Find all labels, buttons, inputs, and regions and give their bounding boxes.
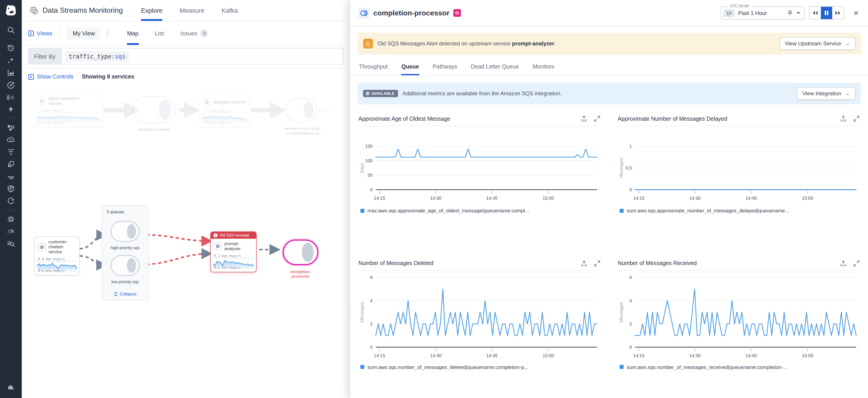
time-range-picker[interactable]: UTC-05:00 1h Past 1 Hour xyxy=(721,6,805,20)
chevron-down-icon[interactable] xyxy=(797,11,801,14)
tab-monitors[interactable]: Monitors xyxy=(532,59,555,75)
profiling-gauge-icon[interactable] xyxy=(4,225,18,237)
log-explorer-icon[interactable] xyxy=(4,237,18,250)
integration-info-banner: AVAILABLE Additional metrics are availab… xyxy=(358,83,861,104)
chart-plot-area[interactable]: 10.5014:1514:3014:4515:00Messages xyxy=(618,126,860,206)
export-icon[interactable] xyxy=(840,260,847,266)
datadog-logo[interactable] xyxy=(4,4,18,17)
node-prompt-analyzer[interactable]: ! Old SQS message prompt-analyzer 0.2 ma… xyxy=(210,231,256,272)
queues-group[interactable]: 2 queues high-priority-sqs low-priority-… xyxy=(101,205,149,301)
show-controls-link[interactable]: Show Controls xyxy=(28,74,74,80)
tab-map[interactable]: Map xyxy=(127,21,139,45)
panel-title: completion-processor xyxy=(373,9,450,17)
available-badge: AVAILABLE xyxy=(363,90,398,97)
chart-plot-area[interactable]: 642014:1514:3014:4515:00Messages xyxy=(618,271,860,362)
chart-title: Approximate Number of Messages Delayed xyxy=(618,115,727,122)
monitors-icon[interactable] xyxy=(4,79,18,91)
chart-approximate-number-of-messages-delayed: Approximate Number of Messages Delayed 1… xyxy=(618,115,860,241)
current-view-chip[interactable]: My View xyxy=(67,27,100,39)
time-range-chip: 1h xyxy=(724,9,735,17)
collapse-group-link[interactable]: Collapse xyxy=(102,291,148,296)
rum-windows-icon[interactable] xyxy=(4,158,18,170)
pause-button[interactable] xyxy=(821,7,832,19)
tab-throughput[interactable]: Throughput xyxy=(358,59,388,75)
infrastructure-radar-icon[interactable] xyxy=(4,91,18,103)
chart-title: Approximate Age of Oldest Message xyxy=(358,115,450,122)
tab-kafka[interactable]: Kafka xyxy=(222,0,238,21)
svg-text:0: 0 xyxy=(370,187,372,192)
close-panel-icon[interactable]: ✕ xyxy=(851,8,861,18)
filter-query-pill[interactable]: traffic_type:sqs xyxy=(65,51,129,61)
search-icon[interactable] xyxy=(4,24,18,36)
expand-icon[interactable] xyxy=(594,115,600,122)
llm-observability-icon[interactable] xyxy=(4,195,18,207)
globe-icon xyxy=(214,243,222,250)
expand-icon[interactable] xyxy=(853,115,860,122)
views-button[interactable]: Views xyxy=(28,27,60,39)
svg-text:14:30: 14:30 xyxy=(430,196,441,201)
logs-list-icon[interactable] xyxy=(4,146,18,158)
queues-group-title: 2 queues xyxy=(102,206,148,214)
view-upstream-service-button[interactable]: View Upstream Service→ xyxy=(779,37,855,50)
view-integration-button[interactable]: View Integration→ xyxy=(797,87,855,100)
export-icon[interactable] xyxy=(840,115,847,122)
issues-count-badge: 2 xyxy=(200,29,208,37)
svg-text:Messages: Messages xyxy=(359,302,364,322)
pin-icon[interactable] xyxy=(787,10,793,16)
tab-list[interactable]: List xyxy=(155,21,164,45)
service-map-hexagons-icon[interactable] xyxy=(4,121,18,134)
apm-badge-icon[interactable] xyxy=(453,9,461,17)
node-low-priority-sqs[interactable]: low-priority-sqs xyxy=(110,255,140,284)
tab-queue[interactable]: Queue xyxy=(401,59,420,75)
node-interactions-stream[interactable]: interactions-stream xyxy=(132,96,176,132)
node-client-interaction-tracker[interactable]: client-interaction-tracker 1.2 max msgs/… xyxy=(34,93,103,127)
cloud-cost-icon[interactable]: $ xyxy=(4,134,18,146)
filter-bar[interactable]: Filter By traffic_type:sqs xyxy=(28,48,343,64)
tab-explore[interactable]: Explore xyxy=(141,0,162,21)
integrations-puzzle-icon[interactable] xyxy=(4,380,18,393)
chart-title: Number of Messages Received xyxy=(618,260,697,266)
svg-text:4: 4 xyxy=(370,298,372,303)
node-analytics-service[interactable]: analytics-service 1.2 max msgs/s 0.9 min… xyxy=(199,95,250,127)
arrow-right-icon: → xyxy=(844,90,850,97)
node-high-priority-sqs[interactable]: high-priority-sqs xyxy=(110,221,140,250)
node-alert-header: ! Old SQS message xyxy=(211,232,256,239)
svg-text:14:30: 14:30 xyxy=(689,196,701,201)
tab-pathways[interactable]: Pathways xyxy=(432,59,458,75)
chart-legend[interactable]: max:aws.sqs.approximate_age_of_oldest_me… xyxy=(358,208,600,213)
product-tabs: Explore Measure Kafka xyxy=(141,0,238,21)
rail-divider xyxy=(5,210,17,210)
node-customer-chatbot-service[interactable]: customer-chatbot-service 0.8 max msgs/s … xyxy=(34,236,80,276)
views-panel-icon xyxy=(28,30,34,36)
node-sns-topic[interactable]: arn:aws:sns:us-east-1:123456789012:an... xyxy=(285,97,318,136)
chart-legend[interactable]: sum:aws.sqs.approximate_number_of_messag… xyxy=(618,208,860,213)
node-completion-processor-selected[interactable]: completion-processor xyxy=(281,238,319,279)
tab-dead-letter-queue[interactable]: Dead Letter Queue xyxy=(470,59,520,75)
chart-legend[interactable]: sum:aws.sqs.number_of_messages_received{… xyxy=(618,364,860,370)
forward-button[interactable] xyxy=(832,7,844,19)
svg-text:1: 1 xyxy=(629,144,631,149)
export-icon[interactable] xyxy=(581,115,587,122)
metrics-chart-icon[interactable] xyxy=(4,66,18,79)
backward-button[interactable] xyxy=(810,7,821,19)
explore-region: Data Streams Monitoring Explore Measure … xyxy=(22,0,350,398)
tab-measure[interactable]: Measure xyxy=(180,0,205,21)
tab-issues[interactable]: Issues2 xyxy=(180,21,208,45)
events-bolt-icon[interactable] xyxy=(4,103,18,115)
ci-pipelines-icon[interactable] xyxy=(4,170,18,182)
chart-plot-area[interactable]: 15010050014:1514:3014:4515:00Days xyxy=(358,126,600,206)
history-icon[interactable] xyxy=(4,42,18,54)
view-options-kebab-icon[interactable]: ⋮ xyxy=(104,29,111,37)
chart-plot-area[interactable]: 642014:1514:3014:4515:00Messages xyxy=(358,271,600,362)
svg-text:14:45: 14:45 xyxy=(745,353,757,358)
filter-query-input[interactable]: traffic_type:sqs xyxy=(61,49,343,64)
export-icon[interactable] xyxy=(581,260,587,266)
security-shield-icon[interactable] xyxy=(4,182,18,195)
queue-cylinder-icon xyxy=(285,97,318,123)
error-tracking-bug-icon[interactable] xyxy=(4,213,18,225)
watchdog-sparkles-icon[interactable] xyxy=(4,54,18,66)
expand-icon[interactable] xyxy=(594,260,600,266)
expand-icon[interactable] xyxy=(853,260,860,266)
service-map-canvas[interactable]: Show Controls Showing 8 services xyxy=(22,68,350,398)
chart-legend[interactable]: sum:aws.sqs.number_of_messages_deleted{q… xyxy=(358,364,600,370)
